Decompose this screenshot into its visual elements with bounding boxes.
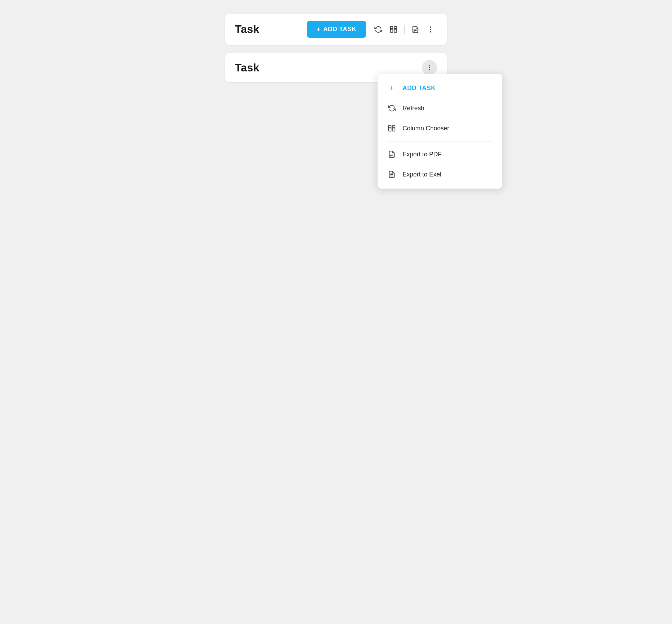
more-vertical-icon <box>427 26 434 33</box>
menu-refresh-label: Refresh <box>403 105 424 112</box>
svg-point-13 <box>429 65 430 66</box>
export-pdf-button[interactable] <box>409 23 422 36</box>
svg-point-11 <box>430 29 431 30</box>
svg-rect-17 <box>392 125 395 131</box>
second-panel: Task + ADD TASK Refresh <box>225 53 447 82</box>
menu-item-export-excel[interactable]: Export to Exel <box>378 164 502 184</box>
add-task-button[interactable]: + ADD TASK <box>307 21 366 38</box>
svg-point-12 <box>430 31 431 32</box>
svg-point-15 <box>429 69 430 70</box>
plus-icon: + <box>317 26 320 33</box>
column-chooser-icon <box>390 26 397 33</box>
column-chooser-button[interactable] <box>387 23 400 36</box>
menu-divider <box>387 141 493 141</box>
dropdown-menu: + ADD TASK Refresh <box>378 74 502 189</box>
export-pdf-icon <box>412 26 419 33</box>
more-options-button[interactable] <box>422 60 437 75</box>
svg-rect-16 <box>389 125 391 131</box>
svg-point-14 <box>429 67 430 68</box>
menu-item-refresh[interactable]: Refresh <box>378 98 502 118</box>
svg-point-10 <box>430 27 431 27</box>
menu-plus-icon: + <box>387 84 396 93</box>
second-panel-title: Task <box>235 61 422 74</box>
menu-export-pdf-icon <box>387 150 396 159</box>
add-task-label: ADD TASK <box>323 26 356 33</box>
refresh-icon <box>374 26 382 33</box>
menu-item-add-task[interactable]: + ADD TASK <box>378 78 502 98</box>
menu-export-pdf-label: Export to PDF <box>403 151 442 158</box>
toolbar-icons <box>372 23 437 36</box>
menu-export-excel-label: Export to Exel <box>403 171 441 178</box>
top-bar-title: Task <box>235 23 307 36</box>
top-bar: Task + ADD TASK <box>225 14 447 45</box>
menu-column-chooser-label: Column Chooser <box>403 125 449 132</box>
refresh-button[interactable] <box>372 23 385 36</box>
menu-refresh-icon <box>387 104 396 113</box>
toolbar-divider <box>404 25 405 34</box>
more-dots-icon <box>426 64 433 71</box>
menu-item-column-chooser[interactable]: Column Chooser <box>378 118 502 138</box>
menu-item-export-pdf[interactable]: Export to PDF <box>378 144 502 164</box>
more-options-button-top[interactable] <box>424 23 437 36</box>
menu-column-chooser-icon <box>387 124 396 133</box>
menu-export-excel-icon <box>387 170 396 179</box>
menu-add-task-label: ADD TASK <box>403 85 436 92</box>
